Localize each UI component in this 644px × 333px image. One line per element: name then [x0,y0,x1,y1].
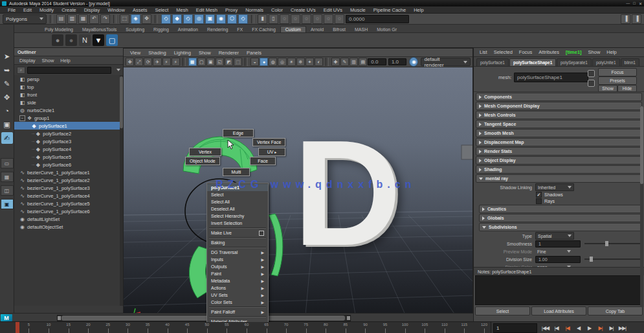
expand-toggle-icon[interactable]: − [19,115,25,121]
node-name-field[interactable]: polySurfaceShape1 [514,73,588,82]
maximize-button[interactable]: □ [633,1,636,6]
range-slider-thumb[interactable] [61,316,345,321]
context-menu-item-metadata[interactable]: Metadata▶ [207,277,268,284]
single-pane-layout[interactable]: ▭ [1,158,14,168]
menu-create[interactable]: Create [58,7,80,13]
minimize-button[interactable]: — [626,1,630,6]
shaded-sphere-shelf-icon[interactable]: ● [65,34,77,46]
ae-menu-attributes[interactable]: Attributes [536,49,562,55]
context-menu-item-uv-sets[interactable]: UV Sets▶ [207,292,268,299]
ae-subsection-caustics[interactable]: Caustics [479,205,642,213]
slider-knob[interactable] [605,241,608,246]
attribute-editor-toggle[interactable]: ▐ [621,14,630,24]
marking-menu-face[interactable]: Face [250,157,276,165]
shadow-linking-dropdown[interactable]: Inherited [535,183,574,191]
snap-surface-icon[interactable]: ⬡ [227,14,237,24]
checkbox-unchecked-icon[interactable] [536,198,542,204]
time-slider[interactable]: 5101520253035404550556065707580859095100… [0,322,491,333]
attribute-editor-scrollbar-thumb[interactable] [640,106,643,184]
new-scene-icon[interactable]: ▤ [56,14,66,24]
exposure-field[interactable]: 0.0 [368,58,386,65]
outliner-item-group1[interactable]: −❖group1 [14,114,123,122]
context-menu-item-select[interactable]: Select [207,191,268,198]
outliner-item-defaultObjectSet[interactable]: ◉defaultObjectSet [14,223,123,231]
viewport-menu-show[interactable]: Show [195,50,214,56]
numeric-input-field[interactable]: 0.0000 [346,15,409,23]
render-icon[interactable]: ◌ [291,14,300,24]
ae-section-object-display[interactable]: Object Display [476,156,642,165]
outliner-menu-help[interactable]: Help [60,58,70,63]
select-hierarchy-icon[interactable]: ⬚ [120,14,129,24]
plane-shelf-icon[interactable]: ▢ [106,34,118,46]
context-menu-item-material-attributes-[interactable]: Material Attributes... [207,318,268,322]
track-icon[interactable]: ⤢ [135,58,143,66]
shelf-tab-bifrost[interactable]: Bifrost [328,27,350,32]
menu-muscle[interactable]: Muscle [346,7,370,13]
play-forwards-button[interactable]: ▶ [584,324,594,332]
shelf-tab-fx-caching[interactable]: FX Caching [247,27,280,32]
menu-file[interactable]: File [4,7,19,13]
four-pane-layout[interactable]: ▦ [1,172,14,182]
menu-create-uvs[interactable]: Create UVs [287,7,320,13]
ae-checkbox-rays[interactable]: Rays [536,198,644,204]
paint-effects-icon[interactable]: ◌ [335,14,344,24]
step-forward-key-button[interactable]: ▶| [595,324,605,332]
wireframe-icon[interactable]: ◒ [250,58,259,66]
marking-menu-vertex-face[interactable]: Vertex Face [252,138,285,146]
filter-icon[interactable]: ⌕ [17,67,25,74]
shelf-tab-mayabonustools[interactable]: MayaBonusTools [78,27,121,32]
ae-footer-load-attributes-button[interactable]: Load Attributes [531,306,586,316]
viewport-renderer-icon[interactable]: ◉ [409,57,418,67]
shelf-tab-poly-modeling[interactable]: Poly Modeling [40,27,78,32]
marking-menu-multi[interactable]: Multi [223,168,250,176]
menu-window[interactable]: Window [104,7,129,13]
scale-tool[interactable]: ▣ [1,119,13,130]
select-object-icon[interactable]: ◈ [131,14,140,24]
shaded-icon[interactable]: ● [260,58,268,66]
snap-grid-icon[interactable]: ◇ [161,14,171,24]
context-menu-item-baking[interactable]: Baking [207,239,268,246]
ae-tab-polyUnite1[interactable]: polyUnite1 [592,58,620,66]
attribute-editor-scrollbar[interactable] [640,106,643,307]
smoothness-slider[interactable] [584,243,643,244]
menu-assets[interactable]: Assets [129,7,151,13]
outliner-item-polySurface2[interactable]: ·–◆polySurface2 [14,130,123,137]
select-tool[interactable]: ➤ [1,51,13,62]
screen-ao-icon[interactable]: ❄ [296,58,305,66]
smoothness-value-field[interactable]: 1 [535,240,581,247]
film-gate-icon[interactable]: ▢ [197,58,206,66]
renderer-selector[interactable]: default renderer [421,58,471,66]
menu-pipeline-cache[interactable]: Pipeline Cache [370,7,410,13]
shelf-tab-arnold[interactable]: Arnold [306,27,328,32]
focus-button[interactable]: Focus [598,68,637,76]
outliner-item-bezierCurve_1_polySurface6[interactable]: ∿bezierCurve_1_polySurface6 [14,207,123,215]
snap-view-plane-icon[interactable]: ▣ [205,14,215,24]
all-lights-icon[interactable]: ⚡ [172,58,180,66]
outliner-item-persp[interactable]: ◧persp [14,75,123,83]
open-scene-icon[interactable]: ▥ [67,14,77,24]
outliner-item-polySurface5[interactable]: ·–◆polySurface5 [14,153,123,161]
notes-bar[interactable]: Notes: polySurfaceShape1 [474,267,644,275]
menu-help[interactable]: Help [410,7,427,13]
outliner-item-polySurface1[interactable]: ◆polySurface1 [14,122,123,130]
outliner-item-top[interactable]: ◧top [14,83,123,91]
notes-textarea[interactable] [475,275,643,305]
ae-tab-polySeparate1[interactable]: polySeparate1 [557,58,592,66]
go-to-start-button[interactable]: |◀◀ [540,324,550,332]
current-frame-marker[interactable] [16,322,19,333]
input-connection-icon[interactable]: ▮ [258,14,267,24]
shelf-tab-rigging[interactable]: Rigging [149,27,173,32]
menu-select[interactable]: Select [151,7,172,13]
context-menu-item-invert-selection[interactable]: Invert Selection [207,220,268,227]
shadows-icon[interactable]: ☀ [287,58,296,66]
move-tool[interactable]: ✥ [1,91,13,103]
isolate-select-icon[interactable]: ✚ [331,58,340,66]
shelf-tab-mash[interactable]: MASH [350,27,372,32]
outliner-item-bezierCurve_1_polySurface3[interactable]: ∿bezierCurve_1_polySurface3 [14,184,123,192]
ae-menu-show[interactable]: Show [586,49,603,55]
ae-section-mesh-controls[interactable]: Mesh Controls [476,111,642,119]
ae-section-tangent-space[interactable]: Tangent Space [476,120,642,128]
snap-projected-icon[interactable]: ◎ [194,14,204,24]
outliner-item-polySurface4[interactable]: ·–◆polySurface4 [14,145,123,153]
make-live-icon[interactable]: ◉ [216,14,226,24]
